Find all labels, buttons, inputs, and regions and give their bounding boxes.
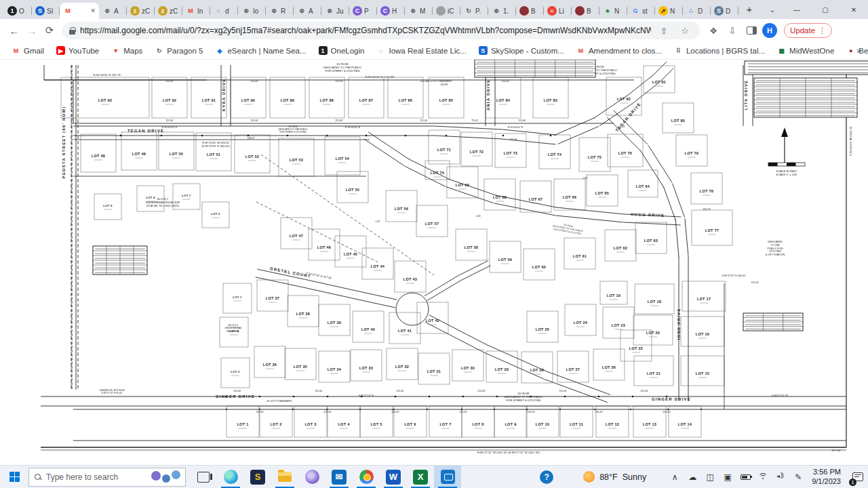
browser-tab-21[interactable]: ♣N [599, 3, 627, 19]
taskbar-app-cortana[interactable] [298, 466, 326, 488]
taskbar-clock[interactable]: 3:56 PM 9/1/2023 [812, 468, 841, 487]
svg-text:LOT 93: LOT 93 [98, 98, 112, 102]
bookmark-item-7[interactable]: SSkySlope - Custom... [474, 44, 569, 57]
maximize-button[interactable]: ▢ [811, 0, 840, 19]
taskbar-app-chrome[interactable] [353, 466, 380, 488]
onedrive-cloud-icon[interactable]: ☁ [684, 468, 701, 487]
browser-tab-5[interactable]: zzC [155, 3, 182, 19]
volume-icon[interactable] [772, 468, 789, 487]
bookmark-star-icon[interactable]: ☆ [677, 22, 693, 39]
taskbar-app-file-explorer[interactable] [271, 466, 298, 488]
forward-button[interactable]: → [23, 22, 41, 39]
taskbar-app-edge[interactable] [217, 466, 244, 488]
lot-label: LOT 38 [296, 312, 310, 316]
extensions-icon[interactable]: ❖ [705, 22, 722, 39]
update-button[interactable]: Update ⋮ [784, 23, 832, 38]
tab-close-icon[interactable]: ✕ [90, 7, 96, 14]
svg-text:LOT 38: LOT 38 [296, 312, 310, 316]
tray-app2-icon[interactable]: ▣ [719, 468, 736, 487]
taskbar-app-task-view[interactable] [190, 466, 217, 488]
browser-tab-20[interactable]: B [572, 3, 599, 19]
new-tab-button[interactable]: + [741, 1, 757, 18]
browser-tab-9[interactable]: ⊕R [266, 3, 294, 19]
lot-label: LOT 7 [439, 422, 451, 426]
browser-tab-3[interactable]: ⊕A [99, 3, 127, 19]
bookmark-item-2[interactable]: ▼Maps [106, 44, 147, 57]
svg-text:125.44': 125.44' [509, 138, 517, 141]
bookmark-item-8[interactable]: MAmendment to clos... [572, 44, 667, 57]
browser-tab-22[interactable]: Gst [627, 3, 655, 19]
bookmark-item-5[interactable]: 1OneLogin [314, 44, 370, 57]
bookmark-item-11[interactable]: ●Beacon [842, 44, 868, 57]
svg-text:LOT 16: LOT 16 [696, 332, 709, 336]
search-daily-image[interactable] [149, 469, 184, 485]
tab-search-button[interactable]: ⌄ [762, 0, 783, 19]
bookmark-item-9[interactable]: ⠿Locations | BGRS tal... [669, 44, 770, 57]
browser-tab-6[interactable]: MIn [182, 3, 210, 19]
browser-tab-1[interactable]: SSI [32, 3, 60, 19]
bookmark-item-10[interactable]: ▦MidWestOne [772, 44, 839, 57]
bookmark-item-1[interactable]: ▶YouTube [52, 44, 104, 57]
taskbar-app-snip-app[interactable] [434, 466, 461, 488]
browser-tab-15[interactable]: iC [433, 3, 460, 19]
browser-tab-25[interactable]: SD [711, 3, 738, 19]
downloads-icon[interactable]: ⇩ [724, 22, 741, 39]
browser-tab-11[interactable]: ⊕Ju [321, 3, 349, 19]
lot-label: LOT 17 [697, 297, 711, 301]
browser-tab-10[interactable]: ⊕A [294, 3, 321, 19]
browser-tab-19[interactable]: ≡Li [544, 3, 572, 19]
reload-button[interactable]: ⟳ [41, 22, 58, 39]
bookmark-item-0[interactable]: MGmail [7, 44, 49, 57]
browser-tab-23[interactable]: ↗N [655, 3, 683, 19]
battery-icon[interactable] [737, 468, 753, 487]
browser-tab-14[interactable]: ⊕M [405, 3, 433, 19]
taskbar-app-s-app[interactable]: S [244, 466, 271, 488]
browser-tab-24[interactable]: ∴D [683, 3, 711, 19]
browser-tab-7[interactable]: ○d [210, 3, 238, 19]
bookmark-item-4[interactable]: ◆eSearch | Name Sea... [210, 44, 311, 57]
notification-center[interactable]: 1 [848, 466, 868, 488]
svg-text:LOT 19: LOT 19 [607, 293, 620, 298]
address-bar[interactable]: https://mail.google.com/mail/u/0/?zx=xg2… [62, 22, 700, 39]
taskbar-app-word[interactable]: W [380, 466, 407, 488]
taskbar-app-mail[interactable]: ✉ [326, 466, 353, 488]
profile-avatar[interactable]: H [762, 23, 777, 38]
bookmark-item-6[interactable]: ⌂Iowa Real Estate Lic... [372, 44, 471, 57]
browser-tab-16[interactable]: ↻P. [460, 3, 488, 19]
browser-tab-8[interactable]: ⊕Io [238, 3, 266, 19]
start-button[interactable] [0, 466, 28, 488]
taskbar-search[interactable]: Type here to search [28, 468, 186, 487]
tray-expand-chevron-icon[interactable]: ∧ [667, 468, 683, 487]
svg-text:LOT 64: LOT 64 [636, 184, 650, 188]
bookmarks-overflow-chevron[interactable]: » [856, 46, 861, 56]
browser-tab-0[interactable]: 1O [4, 3, 32, 19]
pen-icon[interactable]: ✎ [790, 468, 806, 487]
svg-text:115.00': 115.00' [315, 390, 323, 392]
browser-tab-4[interactable]: zzC [127, 3, 155, 19]
bookmark-favicon: ⌂ [376, 46, 385, 55]
wifi-icon[interactable] [755, 468, 771, 487]
browser-tab-17[interactable]: ⊕1. [488, 3, 516, 19]
browser-tab-18[interactable]: B [516, 3, 544, 19]
tab-favicon: M [63, 6, 73, 16]
browser-tab-2[interactable]: M✕ [60, 3, 99, 19]
bookmark-label: OneLogin [331, 47, 365, 55]
lot-label: LOT 44 [371, 264, 385, 268]
help-icon[interactable]: ? [540, 470, 553, 484]
bookmark-item-3[interactable]: ↻Paragon 5 [150, 44, 208, 57]
close-button[interactable]: ✕ [840, 0, 868, 19]
browser-tab-12[interactable]: CP [349, 3, 377, 19]
back-button[interactable]: ← [5, 22, 23, 39]
svg-text:125.00': 125.00' [595, 411, 603, 413]
plat-map-drawing[interactable]: LOT 93LOT 92LOT 91LOT 90LOT 89LOT 88LOT … [0, 60, 868, 465]
bookmark-favicon: S [479, 46, 488, 55]
minimize-button[interactable]: — [783, 0, 811, 19]
taskbar-app-excel[interactable]: X [407, 466, 434, 488]
tray-app-icon[interactable]: ◫ [702, 468, 718, 487]
bookmark-label: MidWestOne [789, 47, 834, 55]
weather-widget[interactable]: 88°F Sunny [583, 471, 646, 483]
share-icon[interactable]: ⇧ [656, 22, 672, 39]
side-panel-icon[interactable] [743, 22, 760, 39]
browser-tab-13[interactable]: CH [377, 3, 405, 19]
menu-dots-icon[interactable]: ⋮ [818, 26, 826, 35]
